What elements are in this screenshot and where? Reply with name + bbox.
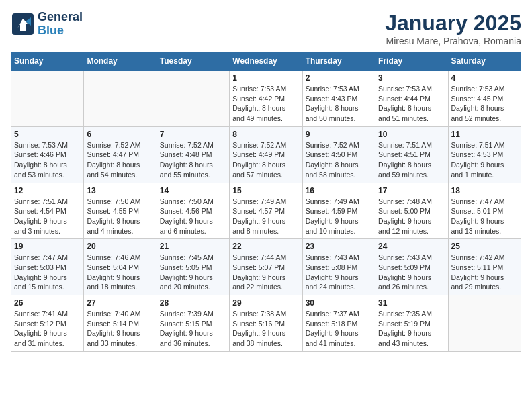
day-info: Sunrise: 7:51 AM Sunset: 4:51 PM Dayligh… (378, 140, 445, 180)
day-info: Sunrise: 7:42 AM Sunset: 5:11 PM Dayligh… (451, 253, 518, 292)
page-header: General Blue January 2025 Miresu Mare, P… (11, 11, 521, 46)
day-number: 22 (232, 242, 299, 251)
day-info: Sunrise: 7:50 AM Sunset: 4:55 PM Dayligh… (87, 197, 153, 236)
calendar-cell: 10Sunrise: 7:51 AM Sunset: 4:51 PM Dayli… (375, 126, 448, 183)
day-info: Sunrise: 7:52 AM Sunset: 4:47 PM Dayligh… (87, 140, 153, 180)
day-info: Sunrise: 7:53 AM Sunset: 4:45 PM Dayligh… (451, 84, 518, 124)
day-info: Sunrise: 7:52 AM Sunset: 4:49 PM Dayligh… (232, 140, 299, 180)
day-info: Sunrise: 7:40 AM Sunset: 5:14 PM Dayligh… (87, 309, 153, 349)
calendar-cell: 19Sunrise: 7:47 AM Sunset: 5:03 PM Dayli… (11, 239, 84, 295)
calendar-cell: 17Sunrise: 7:48 AM Sunset: 5:00 PM Dayli… (375, 183, 448, 239)
calendar-cell: 26Sunrise: 7:41 AM Sunset: 5:12 PM Dayli… (11, 295, 84, 352)
day-number: 16 (306, 186, 372, 195)
day-number: 7 (160, 130, 226, 139)
day-info: Sunrise: 7:39 AM Sunset: 5:15 PM Dayligh… (160, 309, 226, 349)
day-info: Sunrise: 7:43 AM Sunset: 5:09 PM Dayligh… (378, 253, 445, 292)
day-number: 15 (232, 186, 299, 195)
calendar-cell: 27Sunrise: 7:40 AM Sunset: 5:14 PM Dayli… (84, 295, 157, 352)
day-number: 4 (451, 73, 518, 83)
weekday-header-wednesday: Wednesday (230, 52, 302, 71)
day-number: 27 (87, 298, 153, 308)
calendar-cell: 6Sunrise: 7:52 AM Sunset: 4:47 PM Daylig… (84, 126, 157, 183)
day-number: 9 (306, 130, 372, 139)
weekday-header-saturday: Saturday (448, 52, 521, 71)
calendar-cell: 29Sunrise: 7:38 AM Sunset: 5:16 PM Dayli… (230, 295, 302, 352)
calendar-cell: 22Sunrise: 7:44 AM Sunset: 5:07 PM Dayli… (230, 239, 302, 295)
logo-icon (11, 12, 35, 36)
day-number: 24 (378, 242, 445, 251)
day-number: 31 (378, 298, 445, 308)
day-info: Sunrise: 7:47 AM Sunset: 5:03 PM Dayligh… (14, 253, 81, 292)
calendar-week-row: 12Sunrise: 7:51 AM Sunset: 4:54 PM Dayli… (11, 183, 521, 239)
calendar-week-row: 1Sunrise: 7:53 AM Sunset: 4:42 PM Daylig… (11, 71, 521, 127)
day-info: Sunrise: 7:41 AM Sunset: 5:12 PM Dayligh… (14, 309, 81, 349)
day-number: 13 (87, 186, 153, 195)
day-number: 1 (232, 73, 299, 83)
calendar-cell: 18Sunrise: 7:47 AM Sunset: 5:01 PM Dayli… (448, 183, 521, 239)
calendar-cell: 9Sunrise: 7:52 AM Sunset: 4:50 PM Daylig… (302, 126, 375, 183)
day-info: Sunrise: 7:53 AM Sunset: 4:42 PM Dayligh… (232, 84, 299, 124)
calendar-cell: 28Sunrise: 7:39 AM Sunset: 5:15 PM Dayli… (157, 295, 229, 352)
day-info: Sunrise: 7:51 AM Sunset: 4:53 PM Dayligh… (451, 140, 518, 180)
calendar-cell: 4Sunrise: 7:53 AM Sunset: 4:45 PM Daylig… (448, 71, 521, 127)
calendar-cell: 15Sunrise: 7:49 AM Sunset: 4:57 PM Dayli… (230, 183, 302, 239)
day-number: 8 (232, 130, 299, 139)
calendar-cell: 13Sunrise: 7:50 AM Sunset: 4:55 PM Dayli… (84, 183, 157, 239)
weekday-header-row: SundayMondayTuesdayWednesdayThursdayFrid… (11, 52, 521, 71)
weekday-header-friday: Friday (375, 52, 448, 71)
calendar-cell: 14Sunrise: 7:50 AM Sunset: 4:56 PM Dayli… (157, 183, 229, 239)
calendar-week-row: 19Sunrise: 7:47 AM Sunset: 5:03 PM Dayli… (11, 239, 521, 295)
weekday-header-thursday: Thursday (302, 52, 375, 71)
day-info: Sunrise: 7:53 AM Sunset: 4:46 PM Dayligh… (14, 140, 81, 180)
calendar-cell (84, 71, 157, 127)
month-title: January 2025 (385, 11, 521, 36)
calendar-cell (157, 71, 229, 127)
day-number: 17 (378, 186, 445, 195)
calendar-week-row: 26Sunrise: 7:41 AM Sunset: 5:12 PM Dayli… (11, 295, 521, 352)
day-info: Sunrise: 7:46 AM Sunset: 5:04 PM Dayligh… (87, 253, 153, 292)
logo: General Blue (11, 11, 83, 38)
calendar-cell: 16Sunrise: 7:49 AM Sunset: 4:59 PM Dayli… (302, 183, 375, 239)
day-number: 14 (160, 186, 226, 195)
calendar-cell: 11Sunrise: 7:51 AM Sunset: 4:53 PM Dayli… (448, 126, 521, 183)
calendar-cell: 2Sunrise: 7:53 AM Sunset: 4:43 PM Daylig… (302, 71, 375, 127)
location: Miresu Mare, Prahova, Romania (385, 36, 521, 46)
calendar-cell: 12Sunrise: 7:51 AM Sunset: 4:54 PM Dayli… (11, 183, 84, 239)
day-number: 10 (378, 130, 445, 139)
day-info: Sunrise: 7:52 AM Sunset: 4:48 PM Dayligh… (160, 140, 226, 180)
calendar-table: SundayMondayTuesdayWednesdayThursdayFrid… (11, 52, 521, 352)
day-number: 25 (451, 242, 518, 251)
day-info: Sunrise: 7:49 AM Sunset: 4:57 PM Dayligh… (232, 197, 299, 236)
day-info: Sunrise: 7:38 AM Sunset: 5:16 PM Dayligh… (232, 309, 299, 349)
day-info: Sunrise: 7:37 AM Sunset: 5:18 PM Dayligh… (306, 309, 372, 349)
calendar-week-row: 5Sunrise: 7:53 AM Sunset: 4:46 PM Daylig… (11, 126, 521, 183)
day-number: 5 (14, 130, 81, 139)
day-info: Sunrise: 7:44 AM Sunset: 5:07 PM Dayligh… (232, 253, 299, 292)
calendar-cell: 21Sunrise: 7:45 AM Sunset: 5:05 PM Dayli… (157, 239, 229, 295)
day-info: Sunrise: 7:53 AM Sunset: 4:44 PM Dayligh… (378, 84, 445, 124)
day-info: Sunrise: 7:35 AM Sunset: 5:19 PM Dayligh… (378, 309, 445, 349)
weekday-header-sunday: Sunday (11, 52, 84, 71)
title-block: January 2025 Miresu Mare, Prahova, Roman… (385, 11, 521, 46)
day-info: Sunrise: 7:43 AM Sunset: 5:08 PM Dayligh… (306, 253, 372, 292)
day-number: 23 (306, 242, 372, 251)
day-number: 21 (160, 242, 226, 251)
day-number: 26 (14, 298, 81, 308)
calendar-cell: 8Sunrise: 7:52 AM Sunset: 4:49 PM Daylig… (230, 126, 302, 183)
day-info: Sunrise: 7:52 AM Sunset: 4:50 PM Dayligh… (306, 140, 372, 180)
calendar-cell: 1Sunrise: 7:53 AM Sunset: 4:42 PM Daylig… (230, 71, 302, 127)
day-number: 18 (451, 186, 518, 195)
calendar-cell: 3Sunrise: 7:53 AM Sunset: 4:44 PM Daylig… (375, 71, 448, 127)
day-number: 12 (14, 186, 81, 195)
calendar-cell: 25Sunrise: 7:42 AM Sunset: 5:11 PM Dayli… (448, 239, 521, 295)
day-info: Sunrise: 7:48 AM Sunset: 5:00 PM Dayligh… (378, 197, 445, 236)
day-info: Sunrise: 7:53 AM Sunset: 4:43 PM Dayligh… (306, 84, 372, 124)
calendar-cell: 24Sunrise: 7:43 AM Sunset: 5:09 PM Dayli… (375, 239, 448, 295)
weekday-header-monday: Monday (84, 52, 157, 71)
calendar-cell: 31Sunrise: 7:35 AM Sunset: 5:19 PM Dayli… (375, 295, 448, 352)
calendar-cell: 23Sunrise: 7:43 AM Sunset: 5:08 PM Dayli… (302, 239, 375, 295)
day-number: 6 (87, 130, 153, 139)
day-info: Sunrise: 7:49 AM Sunset: 4:59 PM Dayligh… (306, 197, 372, 236)
day-number: 11 (451, 130, 518, 139)
day-info: Sunrise: 7:51 AM Sunset: 4:54 PM Dayligh… (14, 197, 81, 236)
